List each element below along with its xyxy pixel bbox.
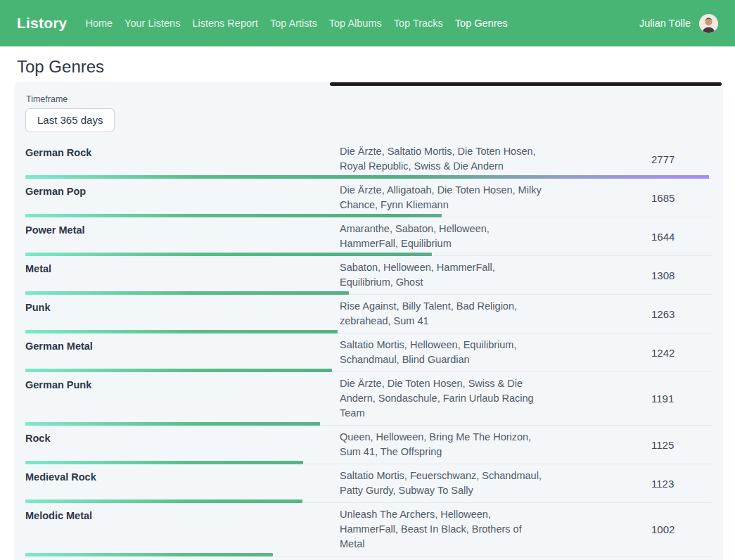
genre-row: German Punk Die Ärzte, Die Toten Hosen, … bbox=[25, 372, 712, 426]
nav-user: Julian Tölle bbox=[639, 14, 718, 33]
genre-row: German Metal Saltatio Mortis, Helloween,… bbox=[25, 333, 712, 372]
user-name[interactable]: Julian Tölle bbox=[639, 18, 691, 29]
genre-row: Rock Queen, Helloween, Bring Me The Hori… bbox=[25, 426, 712, 464]
genre-count: 1002 bbox=[651, 523, 712, 535]
genre-count: 1685 bbox=[651, 192, 712, 204]
timeframe-select[interactable]: Last 365 days bbox=[25, 108, 115, 132]
genre-row: Medieval Rock Saltatio Mortis, Feuerschw… bbox=[25, 464, 712, 503]
nav-link-listens-report[interactable]: Listens Report bbox=[192, 18, 258, 29]
genre-row: Power Metal Amaranthe, Sabaton, Hellowee… bbox=[25, 217, 712, 256]
genre-name: Punk bbox=[25, 299, 340, 329]
genre-row: German Indie Bukahara, Käptn Peng, KYTES… bbox=[25, 556, 712, 560]
genre-artists: Die Ärzte, Alligatoah, Die Toten Hosen, … bbox=[340, 183, 549, 212]
user-photo-icon bbox=[699, 14, 718, 33]
genre-name: German Pop bbox=[25, 183, 340, 212]
nav-link-top-genres[interactable]: Top Genres bbox=[455, 18, 508, 29]
genre-artists: Die Ärzte, Die Toten Hosen, Swiss & Die … bbox=[340, 376, 549, 421]
genre-artists: Unleash The Archers, Helloween, HammerFa… bbox=[340, 507, 549, 552]
genre-row: German Pop Die Ärzte, Alligatoah, Die To… bbox=[25, 179, 712, 217]
main-content: Top Genres Timeframe Last 365 days Germa… bbox=[0, 58, 735, 560]
genre-row: Punk Rise Against, Billy Talent, Bad Rel… bbox=[25, 295, 712, 333]
genre-count: 1125 bbox=[651, 439, 712, 451]
genre-name: Power Metal bbox=[25, 222, 340, 251]
horizontal-scrollbar-thumb[interactable] bbox=[330, 82, 722, 86]
genre-artists: Queen, Helloween, Bring Me The Horizon, … bbox=[340, 430, 549, 459]
genre-count: 1644 bbox=[651, 231, 712, 243]
genre-name: Rock bbox=[25, 430, 340, 459]
genre-artists: Sabaton, Helloween, HammerFall, Equilibr… bbox=[340, 260, 549, 290]
nav-link-top-artists[interactable]: Top Artists bbox=[270, 18, 317, 29]
genre-table: German Rock Die Ärzte, Saltatio Mortis, … bbox=[25, 140, 712, 560]
nav-link-top-tracks[interactable]: Top Tracks bbox=[394, 18, 443, 29]
brand-link[interactable]: Listory bbox=[17, 15, 67, 32]
genre-artists: Saltatio Mortis, Helloween, Equilibrium,… bbox=[340, 338, 549, 367]
genre-name: Melodic Metal bbox=[25, 507, 340, 552]
genre-artists: Rise Against, Billy Talent, Bad Religion… bbox=[340, 299, 549, 329]
genre-count: 1308 bbox=[651, 269, 712, 281]
timeframe-filter: Timeframe Last 365 days bbox=[25, 94, 712, 132]
genre-count: 1263 bbox=[651, 308, 712, 320]
nav-link-home[interactable]: Home bbox=[85, 18, 113, 29]
genre-artists: Saltatio Mortis, Feuerschwanz, Schandmau… bbox=[340, 469, 549, 498]
genre-name: German Punk bbox=[25, 376, 340, 421]
nav-links: HomeYour ListensListens ReportTop Artist… bbox=[85, 18, 519, 29]
genre-name: German Metal bbox=[25, 338, 340, 367]
genre-artists: Die Ärzte, Saltatio Mortis, Die Toten Ho… bbox=[340, 144, 549, 174]
genre-count: 1242 bbox=[651, 347, 712, 359]
genre-artists: Amaranthe, Sabaton, Helloween, HammerFal… bbox=[340, 222, 549, 251]
genre-name: Metal bbox=[25, 260, 340, 290]
page-title: Top Genres bbox=[17, 58, 718, 75]
genre-name: Medieval Rock bbox=[25, 469, 340, 498]
timeframe-label: Timeframe bbox=[26, 94, 712, 104]
nav-link-your-listens[interactable]: Your Listens bbox=[124, 18, 180, 29]
genre-count: 1191 bbox=[651, 393, 712, 405]
genre-count: 1123 bbox=[651, 478, 712, 490]
genre-count: 2777 bbox=[651, 153, 712, 165]
genre-row: Metal Sabaton, Helloween, HammerFall, Eq… bbox=[25, 256, 712, 295]
genre-name: German Rock bbox=[25, 144, 340, 174]
nav-link-top-albums[interactable]: Top Albums bbox=[329, 18, 382, 29]
top-genres-card: Timeframe Last 365 days German Rock Die … bbox=[14, 82, 723, 560]
genre-row: Melodic Metal Unleash The Archers, Hello… bbox=[25, 503, 712, 556]
navbar: Listory HomeYour ListensListens ReportTo… bbox=[0, 0, 735, 46]
avatar[interactable] bbox=[699, 14, 718, 33]
genre-row: German Rock Die Ärzte, Saltatio Mortis, … bbox=[25, 140, 712, 179]
